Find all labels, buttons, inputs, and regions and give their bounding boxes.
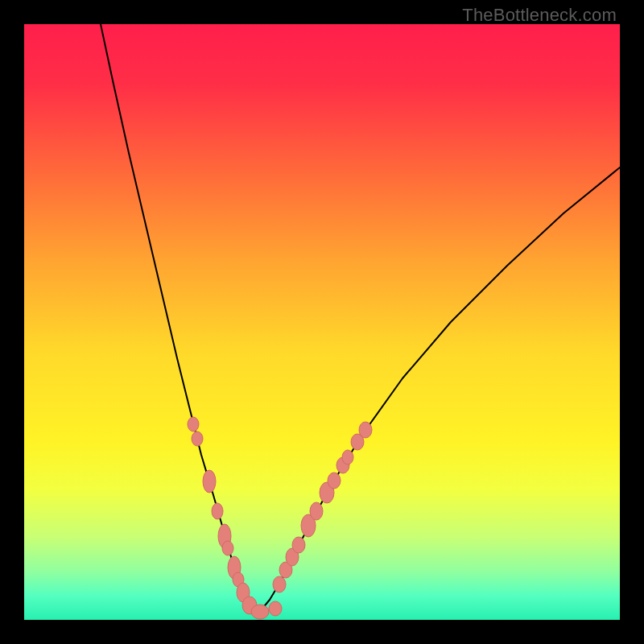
data-point [292, 537, 305, 553]
data-point [188, 417, 199, 431]
data-point [328, 473, 341, 489]
data-point [222, 541, 233, 555]
data-point [359, 422, 372, 438]
chart-container: TheBottleneck.com [0, 0, 644, 644]
data-point [342, 450, 353, 464]
data-point [273, 576, 286, 592]
curve-layer [24, 24, 620, 620]
plot-area [24, 24, 620, 620]
watermark-text: TheBottleneck.com [462, 5, 617, 26]
data-point [192, 431, 203, 446]
data-point [212, 503, 223, 519]
data-point [269, 601, 282, 616]
bottleneck-curve-left [101, 24, 256, 613]
bottleneck-curve-right [256, 167, 620, 613]
data-point [203, 470, 216, 493]
data-point [310, 502, 323, 520]
data-point [251, 605, 269, 619]
